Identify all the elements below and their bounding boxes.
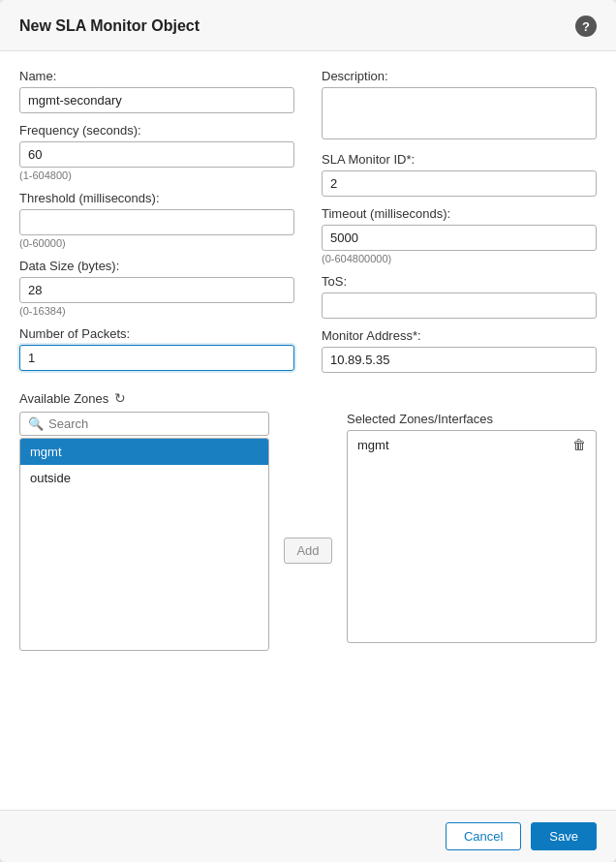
help-icon[interactable]: ? bbox=[575, 15, 597, 37]
sla-monitor-id-input[interactable] bbox=[322, 170, 597, 197]
data-size-hint: (0-16384) bbox=[19, 305, 294, 317]
tos-input[interactable] bbox=[322, 292, 597, 319]
right-column: Description: SLA Monitor ID*: Timeout (m… bbox=[322, 69, 597, 383]
name-field: Name: bbox=[19, 69, 294, 113]
tos-label: ToS: bbox=[322, 274, 597, 289]
zones-list: mgmt outside bbox=[19, 438, 269, 651]
description-field: Description: bbox=[322, 69, 597, 142]
save-button[interactable]: Save bbox=[531, 822, 597, 850]
timeout-hint: (0-604800000) bbox=[322, 253, 597, 264]
monitor-address-field: Monitor Address*: bbox=[322, 328, 597, 373]
left-column: Name: Frequency (seconds): (1-604800) Th… bbox=[19, 69, 294, 383]
search-input[interactable] bbox=[48, 416, 261, 431]
frequency-label: Frequency (seconds): bbox=[19, 123, 294, 138]
search-box: 🔍 bbox=[19, 412, 269, 436]
data-size-label: Data Size (bytes): bbox=[19, 259, 294, 273]
modal-header: New SLA Monitor Object ? bbox=[0, 0, 616, 51]
modal-container: New SLA Monitor Object ? Name: Frequency… bbox=[0, 0, 616, 862]
timeout-label: Timeout (milliseconds): bbox=[322, 206, 597, 221]
zones-grid: 🔍 mgmt outside Add Selected Zones/Interf… bbox=[19, 412, 597, 651]
data-size-field: Data Size (bytes): (0-16384) bbox=[19, 259, 294, 317]
selected-zones-label: Selected Zones/Interfaces bbox=[347, 412, 597, 426]
selected-zone-name: mgmt bbox=[357, 438, 389, 452]
available-zones-label: Available Zones bbox=[19, 391, 108, 406]
modal-title: New SLA Monitor Object bbox=[19, 17, 200, 35]
num-packets-label: Number of Packets: bbox=[19, 326, 294, 341]
frequency-field: Frequency (seconds): (1-604800) bbox=[19, 123, 294, 181]
description-label: Description: bbox=[322, 69, 597, 83]
form-grid: Name: Frequency (seconds): (1-604800) Th… bbox=[19, 69, 597, 383]
cancel-button[interactable]: Cancel bbox=[446, 822, 521, 850]
timeout-field: Timeout (milliseconds): (0-604800000) bbox=[322, 206, 597, 264]
threshold-hint: (0-60000) bbox=[19, 237, 294, 249]
modal-footer: Cancel Save bbox=[0, 810, 616, 862]
tos-field: ToS: bbox=[322, 274, 597, 319]
sla-monitor-id-field: SLA Monitor ID*: bbox=[322, 152, 597, 197]
timeout-input[interactable] bbox=[322, 225, 597, 251]
selected-zone-item-mgmt: mgmt 🗑 bbox=[348, 431, 596, 458]
sla-monitor-id-label: SLA Monitor ID*: bbox=[322, 152, 597, 167]
selected-zones-col: Selected Zones/Interfaces mgmt 🗑 bbox=[347, 412, 597, 651]
zone-item-outside[interactable]: outside bbox=[20, 465, 268, 491]
threshold-field: Threshold (milliseconds): (0-60000) bbox=[19, 191, 294, 249]
frequency-hint: (1-604800) bbox=[19, 169, 294, 181]
monitor-address-label: Monitor Address*: bbox=[322, 328, 597, 343]
num-packets-field: Number of Packets: bbox=[19, 326, 294, 371]
data-size-input[interactable] bbox=[19, 277, 294, 303]
frequency-input[interactable] bbox=[19, 141, 294, 168]
description-input[interactable] bbox=[322, 87, 597, 139]
name-label: Name: bbox=[19, 69, 294, 83]
search-icon: 🔍 bbox=[28, 416, 44, 431]
add-button-col: Add bbox=[279, 412, 337, 651]
num-packets-input[interactable] bbox=[19, 345, 294, 371]
add-button[interactable]: Add bbox=[284, 538, 331, 564]
selected-zones-list: mgmt 🗑 bbox=[347, 430, 597, 643]
available-zones-col: 🔍 mgmt outside bbox=[19, 412, 269, 651]
name-input[interactable] bbox=[19, 87, 294, 113]
monitor-address-input[interactable] bbox=[322, 347, 597, 373]
threshold-label: Threshold (milliseconds): bbox=[19, 191, 294, 205]
zones-label-row: Available Zones ↻ bbox=[19, 390, 597, 406]
modal-body: Name: Frequency (seconds): (1-604800) Th… bbox=[0, 51, 616, 810]
zones-section: Available Zones ↻ 🔍 mgmt outside bbox=[19, 390, 597, 651]
refresh-icon[interactable]: ↻ bbox=[114, 390, 126, 406]
threshold-input[interactable] bbox=[19, 209, 294, 235]
zone-item-mgmt[interactable]: mgmt bbox=[20, 439, 268, 465]
delete-icon[interactable]: 🗑 bbox=[572, 437, 586, 452]
